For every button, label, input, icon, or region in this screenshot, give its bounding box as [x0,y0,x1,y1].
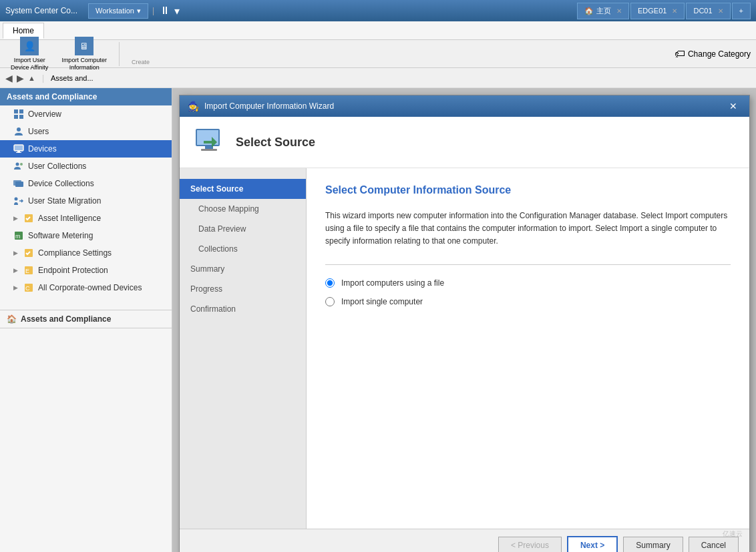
wizard-nav-data-preview-label: Data Preview [198,224,246,234]
import-computer-btn[interactable]: 🖥 Import ComputerInformation [56,34,112,74]
sidebar-item-users[interactable]: Users [0,123,172,140]
sidebar-item-all-corporate-devices[interactable]: ▶ C All Corporate-owned Devices [0,279,172,296]
overview-icon [13,109,24,119]
tab-new[interactable]: + [732,3,751,19]
tab-dc01-close[interactable]: ✕ [718,7,723,15]
sidebar: Assets and Compliance Overview Users Dev… [0,88,172,552]
ribbon-divider-1 [119,42,120,66]
wizard-content-title: Select Computer Information Source [325,184,731,196]
svg-rect-1 [19,109,23,113]
svg-rect-3 [19,115,23,119]
dialog-title-left: 🧙 Import Computer Information Wizard [188,101,334,111]
dialog-wizard-icon: 🧙 [188,101,199,111]
asset-icon [23,213,34,224]
tab-home-close[interactable]: ✕ [616,7,622,15]
user-icon [13,126,24,137]
radio-import-file-input[interactable] [325,278,335,288]
wizard-dialog: 🧙 Import Computer Information Wizard ✕ [179,95,750,552]
sidebar-item-devices[interactable]: Devices [0,140,172,158]
svg-rect-26 [201,149,217,151]
import-user-icon: 👤 [20,37,39,55]
previous-btn-label: < Previous [511,541,549,550]
wizard-nav-summary-label: Summary [190,264,224,274]
tab-edge01[interactable]: EDGE01 ✕ [630,3,685,19]
wizard-description: This wizard imports new computer informa… [325,210,731,248]
watermark: 亿速云 [723,529,743,539]
svg-rect-0 [14,109,18,113]
expand-icon-endpoint: ▶ [13,267,18,274]
sidebar-bottom-assets-compliance[interactable]: 🏠 Assets and Compliance [0,310,172,328]
sidebar-item-asset-intelligence-label: Asset Intelligence [38,214,101,223]
radio-import-single-input[interactable] [325,297,335,306]
next-btn-label: Next > [580,541,604,550]
previous-btn[interactable]: < Previous [498,537,562,552]
sidebar-item-device-collections[interactable]: Device Collections [0,175,172,192]
browser-tabs: 🏠 主页 ✕ EDGE01 ✕ DC01 ✕ + [577,3,751,19]
tab-dc01[interactable]: DC01 ✕ [686,3,730,19]
nav-sep: | [42,73,44,83]
summary-btn[interactable]: Summary [623,537,683,552]
wizard-nav-data-preview[interactable]: Data Preview [180,219,306,239]
svg-rect-7 [15,146,23,150]
chevron-icon[interactable]: ▾ [174,5,180,17]
svg-point-4 [17,127,21,131]
dialog-header-title: Select Source [236,135,315,150]
sidebar-bottom-area: 🏠 Assets and Compliance [0,310,172,328]
sidebar-item-users-label: Users [28,127,49,136]
corporate-icon: C [23,282,34,293]
create-label: Create [132,59,150,65]
change-category-btn[interactable]: 🏷 Change Category [675,48,751,60]
assets-compliance-icon: 🏠 [7,314,17,324]
tab-home[interactable]: 🏠 主页 ✕ [577,3,629,19]
svg-rect-2 [14,115,18,119]
import-user-btn[interactable]: 👤 Import UserDevice Affinity [5,34,53,74]
dialog-header: Select Source [180,117,749,168]
wizard-nav-select-source[interactable]: Select Source [180,179,306,199]
radio-import-file-label: Import computers using a file [341,278,444,288]
nav-path: Assets and... [51,74,93,82]
wizard-nav-choose-mapping[interactable]: Choose Mapping [180,199,306,219]
cancel-btn[interactable]: Cancel [689,537,739,552]
workstation-dropdown[interactable]: Workstation ▾ [88,3,148,19]
sidebar-item-compliance-settings-label: Compliance Settings [38,248,112,258]
radio-group: Import computers using a file Import sin… [325,278,731,306]
sidebar-item-device-collections-label: Device Collections [28,179,94,188]
wizard-nav-confirmation[interactable]: Confirmation [180,299,306,319]
next-btn[interactable]: Next > [567,536,618,552]
tab-edge01-label: EDGE01 [638,7,667,15]
svg-point-11 [20,163,23,166]
pause-icon[interactable]: ⏸ [160,5,170,17]
main-layout: Assets and Compliance Overview Users Dev… [0,88,756,552]
svg-text:E: E [25,268,29,274]
svg-rect-9 [16,152,21,153]
wizard-nav-summary[interactable]: Summary [180,259,306,279]
up-btn[interactable]: ▲ [28,74,35,82]
sidebar-item-endpoint-protection[interactable]: ▶ E Endpoint Protection [0,262,172,279]
tab-edge01-close[interactable]: ✕ [672,7,677,15]
import-computer-icon: 🖥 [75,37,93,55]
sidebar-item-software-metering[interactable]: m Software Metering [0,227,172,244]
sidebar-item-overview[interactable]: Overview [0,105,172,123]
sidebar-item-user-collections[interactable]: User Collections [0,158,172,175]
content-area: 🧙 Import Computer Information Wizard ✕ [172,88,756,552]
svg-rect-8 [17,151,20,152]
wizard-content: Select Computer Information Source This … [307,168,749,529]
back-btn[interactable]: ◀ [5,73,13,83]
nav-bar: ◀ ▶ ▲ | Assets and... [0,68,756,88]
dialog-close-btn[interactable]: ✕ [725,99,741,113]
sidebar-item-compliance-settings[interactable]: ▶ Compliance Settings [0,244,172,262]
wizard-nav-progress[interactable]: Progress [180,279,306,299]
sidebar-item-user-state-migration[interactable]: User State Migration [0,192,172,210]
home-icon: 🏠 [584,7,594,15]
sidebar-item-devices-label: Devices [28,144,57,154]
endpoint-icon: E [23,265,34,276]
compliance-icon [23,248,34,258]
forward-btn[interactable]: ▶ [17,73,24,83]
radio-import-single-label: Import single computer [341,297,423,306]
svg-text:m: m [15,233,21,240]
radio-import-single[interactable]: Import single computer [325,297,731,306]
sidebar-item-asset-intelligence[interactable]: ▶ Asset Intelligence [0,210,172,227]
radio-import-file[interactable]: Import computers using a file [325,278,731,288]
wizard-nav-collections[interactable]: Collections [180,239,306,259]
svg-point-10 [16,163,19,166]
